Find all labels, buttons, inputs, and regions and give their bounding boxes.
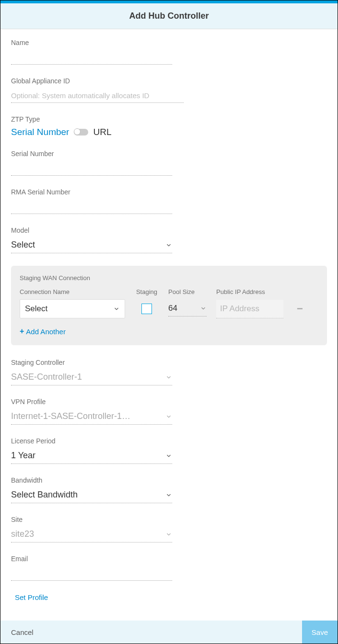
cancel-button[interactable]: Cancel — [0, 621, 44, 644]
ztp-option-url[interactable]: URL — [93, 127, 111, 137]
staging-row: Select 64 − — [20, 299, 318, 318]
public-ip-input[interactable] — [216, 300, 283, 318]
email-input[interactable] — [11, 566, 172, 581]
site-value: site23 — [11, 529, 34, 539]
chevron-down-icon — [165, 452, 172, 459]
license-period-select[interactable]: 1 Year — [11, 449, 172, 464]
site-select[interactable]: site23 — [11, 527, 172, 542]
field-serial-number: Serial Number — [11, 150, 327, 176]
staging-controller-value: SASE-Controller-1 — [11, 372, 82, 382]
bandwidth-value: Select Bandwidth — [11, 490, 78, 500]
field-name: Name — [11, 39, 327, 65]
rma-input[interactable] — [11, 200, 172, 214]
remove-row-icon[interactable]: − — [293, 303, 303, 315]
field-email: Email — [11, 555, 327, 581]
model-value: Select — [11, 240, 35, 250]
staging-title: Staging WAN Connection — [20, 274, 318, 282]
field-bandwidth: Bandwidth Select Bandwidth — [11, 476, 327, 503]
staging-controller-label: Staging Controller — [11, 359, 327, 366]
pool-size-select[interactable]: 64 — [168, 302, 207, 316]
dialog-title: Add Hub Controller — [8, 11, 330, 21]
name-label: Name — [11, 39, 327, 46]
model-select[interactable]: Select — [11, 238, 172, 253]
license-label: License Period — [11, 437, 327, 445]
field-ztp-type: ZTP Type Serial Number URL — [11, 115, 327, 137]
chevron-down-icon — [165, 413, 172, 420]
save-button[interactable]: Save — [302, 621, 338, 644]
dialog-header: Add Hub Controller — [0, 3, 338, 29]
global-id-input[interactable] — [11, 89, 184, 103]
site-label: Site — [11, 516, 327, 523]
col-header-pubip: Public IP Address — [216, 288, 283, 295]
field-site: Site site23 — [11, 516, 327, 542]
connection-name-select[interactable]: Select — [20, 299, 125, 318]
global-id-label: Global Appliance ID — [11, 77, 327, 85]
col-header-connection: Connection Name — [20, 288, 125, 295]
bandwidth-label: Bandwidth — [11, 476, 327, 484]
chevron-down-icon — [200, 305, 207, 312]
form-body: Name Global Appliance ID ZTP Type Serial… — [0, 29, 338, 621]
model-label: Model — [11, 226, 327, 234]
field-license-period: License Period 1 Year — [11, 437, 327, 464]
vpn-value: Internet-1-SASE-Controller-1… — [11, 411, 130, 421]
name-input[interactable] — [11, 50, 172, 65]
field-rma-serial: RMA Serial Number — [11, 188, 327, 214]
vpn-label: VPN Profile — [11, 398, 327, 406]
add-another-label: Add Another — [26, 328, 66, 336]
connection-name-value: Select — [25, 304, 47, 314]
field-staging-controller: Staging Controller SASE-Controller-1 — [11, 359, 327, 385]
staging-wan-section: Staging WAN Connection Connection Name S… — [11, 266, 327, 345]
rma-label: RMA Serial Number — [11, 188, 327, 196]
license-value: 1 Year — [11, 451, 35, 461]
ztp-toggle[interactable]: Serial Number URL — [11, 127, 327, 137]
bandwidth-select[interactable]: Select Bandwidth — [11, 488, 172, 503]
field-model: Model Select — [11, 226, 327, 253]
ztp-type-label: ZTP Type — [11, 115, 327, 123]
col-header-staging: Staging — [135, 288, 159, 295]
dialog-footer: Cancel Save — [0, 621, 338, 644]
ztp-option-serial[interactable]: Serial Number — [11, 127, 69, 137]
email-label: Email — [11, 555, 327, 563]
set-profile-link[interactable]: Set Profile — [15, 593, 327, 601]
chevron-down-icon — [165, 242, 172, 249]
col-header-pool: Pool Size — [168, 288, 207, 295]
staging-header-row: Connection Name Staging Pool Size Public… — [20, 288, 318, 295]
serial-input[interactable] — [11, 161, 172, 176]
field-vpn-profile: VPN Profile Internet-1-SASE-Controller-1… — [11, 398, 327, 425]
staging-controller-select[interactable]: SASE-Controller-1 — [11, 370, 172, 385]
chevron-down-icon — [165, 374, 172, 381]
toggle-knob-icon — [74, 128, 81, 135]
staging-checkbox[interactable] — [141, 304, 152, 314]
chevron-down-icon — [113, 305, 120, 312]
vpn-profile-select[interactable]: Internet-1-SASE-Controller-1… — [11, 409, 172, 425]
add-another-button[interactable]: + Add Another — [20, 327, 66, 336]
serial-label: Serial Number — [11, 150, 327, 158]
chevron-down-icon — [165, 531, 172, 538]
chevron-down-icon — [165, 492, 172, 498]
field-global-appliance-id: Global Appliance ID — [11, 77, 327, 103]
plus-icon: + — [20, 327, 24, 336]
pool-size-value: 64 — [168, 304, 177, 313]
ztp-switch[interactable] — [74, 129, 88, 136]
